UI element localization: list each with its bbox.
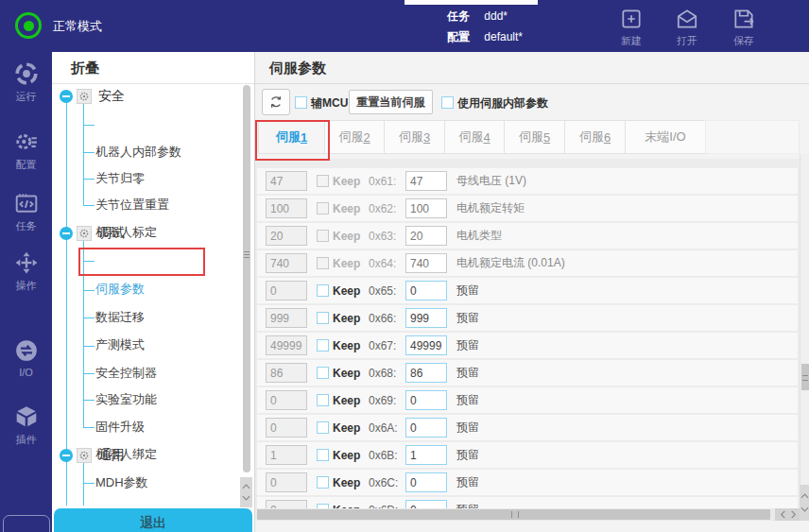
param-row-0x6D: Keep 0x6D: 预留 [257,497,798,508]
tab-servo-2[interactable]: 伺服2 [324,120,385,154]
save-button[interactable]: 保存 [715,7,772,48]
keep-checkbox[interactable] [317,339,329,352]
vertical-scroll-buttons[interactable] [800,485,809,521]
tree-item-firmware-upgrade[interactable]: 固件升级 [95,416,145,438]
local-value-input[interactable] [266,198,307,218]
servo-value-input[interactable] [405,198,447,218]
tree-connector-line [83,179,95,180]
tree-scrollbar[interactable] [243,85,250,472]
tab-servo-1[interactable]: 伺服1 [258,120,325,154]
keep-checkbox[interactable] [317,202,329,215]
tree-item-joint-position-reset[interactable]: 关节位置重置 [95,194,169,216]
aux-mcu-checkbox[interactable] [295,96,307,109]
status-indicator-icon[interactable] [15,12,42,39]
tree-connector-line [66,96,67,506]
local-value-input[interactable] [266,335,307,355]
tree-connector-line [83,233,84,427]
tab-servo-3[interactable]: 伺服3 [384,120,445,154]
tree-item-servo-params[interactable]: 伺服参数 [95,278,145,300]
reset-current-servo-button[interactable]: 重置当前伺服 [349,90,433,114]
keep-checkbox[interactable] [317,449,329,461]
local-value-input[interactable] [266,418,307,438]
keep-checkbox[interactable] [317,367,329,379]
local-value-input[interactable] [266,281,307,300]
refresh-button[interactable] [262,89,290,115]
tree-item-robot-internal-params[interactable]: 机器人内部参数 [95,141,181,163]
register-address: 0x67: [369,339,401,352]
servo-value-input[interactable] [405,308,447,328]
collapse-minus-icon[interactable] [60,90,73,103]
tree-item-mdh-params[interactable]: MDH参数 [95,472,148,494]
local-value-input[interactable] [266,308,307,328]
config-label: 配置 [447,26,481,47]
keep-checkbox[interactable] [317,175,329,187]
chevron-up-icon[interactable] [242,484,250,489]
keep-checkbox[interactable] [317,421,329,434]
sidebar-item-operate[interactable]: 操作 [0,250,52,293]
tree-scroll-buttons[interactable] [240,477,252,507]
keep-checkbox[interactable] [317,257,329,269]
use-internal-params-checkbox[interactable] [441,96,454,109]
horizontal-scroll-thumb[interactable] [257,509,770,520]
vertical-scroll-thumb[interactable] [801,364,809,390]
keep-checkbox[interactable] [317,230,329,242]
new-button[interactable]: 新建 [603,7,660,48]
local-value-input[interactable] [266,171,307,191]
local-value-input[interactable] [266,500,307,508]
servo-value-input[interactable] [405,335,447,355]
tree-item-joint-zero[interactable]: 关节归零 [95,167,145,190]
open-button[interactable]: 打开 [659,7,715,48]
tree-item-safety-controller[interactable]: 安全控制器 [95,362,157,385]
servo-value-input[interactable] [405,281,447,300]
tree-item-production-test[interactable]: 产测模式 [95,334,145,356]
local-value-input[interactable] [266,445,307,465]
sidebar-item-plugin[interactable]: 插件 [0,404,52,447]
keep-checkbox[interactable] [317,476,329,489]
local-value-input[interactable] [266,253,307,273]
local-value-input[interactable] [266,472,307,492]
servo-value-input[interactable] [405,500,447,508]
tab-end-io[interactable]: 末端I/O [625,120,706,154]
sidebar-item-run[interactable]: 运行 [0,61,52,104]
servo-value-input[interactable] [405,418,447,438]
servo-value-input[interactable] [405,171,447,191]
sidebar-item-task[interactable]: 任务 [0,191,52,233]
tree-item-lab-functions[interactable]: 实验室功能 [95,388,157,411]
servo-value-input[interactable] [405,226,447,246]
tab-number: 6 [604,130,611,145]
sidebar-cutoff-element [3,515,50,532]
servo-value-input[interactable] [405,390,447,410]
tab-servo-5[interactable]: 伺服5 [504,120,565,154]
tab-servo-6[interactable]: 伺服6 [564,120,626,154]
open-file-icon [659,7,715,31]
servo-value-input[interactable] [405,363,447,383]
sidebar-item-io[interactable]: I/O [0,338,52,378]
servo-value-input[interactable] [405,253,447,273]
local-value-input[interactable] [266,226,307,246]
local-value-input[interactable] [266,390,307,410]
keep-checkbox[interactable] [317,284,329,297]
collapse-minus-icon[interactable] [60,227,73,240]
chevron-left-icon[interactable] [780,510,786,519]
param-description: 预留 [456,392,479,408]
tab-servo-4[interactable]: 伺服4 [444,120,505,154]
servo-value-input[interactable] [405,445,447,465]
exit-button[interactable]: 退出 [54,508,252,532]
sidebar-item-config[interactable]: 配置 [0,129,52,172]
chevron-right-icon[interactable] [790,510,797,519]
servo-value-input[interactable] [405,472,447,492]
local-value-input[interactable] [266,363,307,383]
horizontal-scroll-buttons[interactable] [775,508,801,521]
chevron-up-icon[interactable] [800,493,809,499]
page-title: 伺服参数 [255,52,809,84]
tree-item-data-migration[interactable]: 数据迁移 [95,306,145,329]
chevron-down-icon[interactable] [242,495,250,501]
collapse-minus-icon[interactable] [60,449,73,462]
sidebar-item-label: 操作 [0,279,52,293]
keep-checkbox[interactable] [317,312,329,324]
chevron-down-icon[interactable] [800,506,809,512]
collapse-header[interactable]: 折叠 [52,52,254,84]
vertical-scrollbar[interactable] [800,154,809,521]
keep-checkbox[interactable] [317,394,329,406]
horizontal-scrollbar[interactable] [255,508,794,521]
